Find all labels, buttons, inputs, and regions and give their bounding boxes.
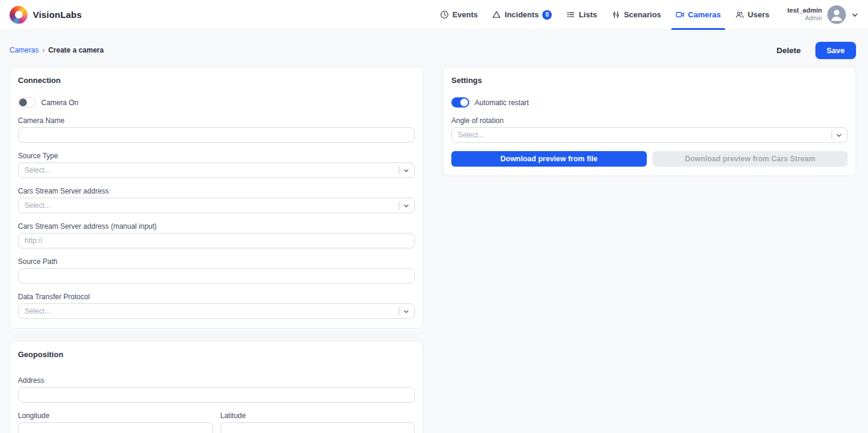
camera-on-row: Camera On bbox=[18, 97, 415, 108]
source-type-field: Source Type Select... bbox=[18, 152, 415, 178]
nav-item-label: Events bbox=[453, 10, 478, 19]
connection-card: Connection Camera On Camera Name Source … bbox=[10, 67, 423, 328]
nav-item-events[interactable]: Events bbox=[433, 0, 485, 30]
nav-item-label: Incidents bbox=[505, 10, 539, 19]
delete-button[interactable]: Delete bbox=[774, 42, 803, 59]
cars-stream-manual-field: Cars Stream Server address (manual input… bbox=[18, 222, 415, 248]
person-icon bbox=[827, 5, 846, 24]
latitude-input[interactable] bbox=[221, 422, 415, 433]
automatic-restart-row: Automatic restart bbox=[451, 97, 848, 108]
sliders-icon bbox=[612, 10, 621, 19]
geoposition-card: Geoposition Address Longitude Latitude bbox=[10, 341, 423, 433]
user-role: Admin bbox=[787, 15, 822, 23]
geo-coordinates-row: Longitude Latitude bbox=[18, 403, 415, 433]
nav-item-cameras[interactable]: Cameras bbox=[668, 0, 728, 30]
warning-triangle-icon bbox=[492, 10, 501, 19]
navbar: VisionLabs Events Incidents 0 bbox=[0, 0, 868, 30]
clock-icon bbox=[440, 10, 449, 19]
page-toolbar: Cameras › Create a camera Delete Save bbox=[0, 41, 868, 60]
user-menu[interactable]: test_admin Admin bbox=[787, 5, 858, 24]
brand: VisionLabs bbox=[10, 6, 82, 24]
address-input[interactable] bbox=[18, 387, 415, 403]
list-icon bbox=[566, 10, 575, 19]
cars-stream-address-label: Cars Stream Server address bbox=[18, 187, 415, 195]
chevron-down-icon bbox=[836, 132, 842, 139]
nav-item-scenarios[interactable]: Scenarios bbox=[604, 0, 668, 30]
chevron-down-icon bbox=[403, 167, 409, 174]
save-button[interactable]: Save bbox=[815, 42, 856, 59]
users-icon bbox=[735, 10, 744, 19]
nav-item-lists[interactable]: Lists bbox=[559, 0, 604, 30]
angle-of-rotation-select[interactable]: Select... bbox=[451, 127, 848, 143]
user-name: test_admin bbox=[787, 7, 822, 15]
nav-item-users[interactable]: Users bbox=[728, 0, 777, 30]
breadcrumb-separator: › bbox=[42, 46, 45, 54]
source-path-field: Source Path bbox=[18, 257, 415, 284]
camera-name-field: Camera Name bbox=[18, 116, 415, 143]
download-preview-from-file-button[interactable]: Download preview from file bbox=[451, 151, 647, 167]
select-placeholder: Select... bbox=[25, 201, 399, 210]
select-divider bbox=[832, 131, 832, 139]
brand-name: VisionLabs bbox=[33, 10, 82, 20]
cars-stream-server-address-select[interactable]: Select... bbox=[18, 198, 415, 213]
settings-title: Settings bbox=[451, 76, 848, 85]
longitude-label: Longitude bbox=[18, 411, 213, 420]
longitude-field: Longitude bbox=[18, 411, 213, 433]
breadcrumb: Cameras › Create a camera bbox=[10, 46, 103, 54]
download-preview-from-cars-stream-button[interactable]: Download preview from Cars Stream bbox=[653, 151, 848, 167]
source-type-label: Source Type bbox=[18, 152, 415, 160]
latitude-field: Latitude bbox=[221, 411, 415, 433]
chevron-down-icon bbox=[403, 202, 409, 209]
data-transfer-protocol-label: Data Transfer Protocol bbox=[18, 293, 415, 301]
cars-stream-address-field: Cars Stream Server address Select... bbox=[18, 187, 415, 213]
data-transfer-protocol-select[interactable]: Select... bbox=[18, 303, 415, 319]
connection-title: Connection bbox=[18, 76, 415, 85]
source-path-label: Source Path bbox=[18, 257, 415, 266]
angle-of-rotation-field: Angle of rotation Select... bbox=[451, 116, 848, 143]
incidents-count-badge: 0 bbox=[542, 10, 552, 20]
select-divider bbox=[399, 166, 399, 174]
toggle-knob bbox=[460, 99, 468, 106]
select-placeholder: Select... bbox=[458, 131, 832, 139]
nav-item-incidents[interactable]: Incidents 0 bbox=[485, 0, 559, 30]
source-path-input[interactable] bbox=[18, 268, 415, 284]
camera-icon bbox=[676, 10, 684, 19]
longitude-input[interactable] bbox=[18, 422, 213, 433]
content: Connection Camera On Camera Name Source … bbox=[0, 60, 868, 433]
geoposition-title: Geoposition bbox=[18, 350, 415, 359]
nav-item-label: Lists bbox=[579, 10, 597, 19]
angle-of-rotation-label: Angle of rotation bbox=[451, 116, 848, 125]
page-actions: Delete Save bbox=[774, 42, 856, 59]
cars-stream-manual-label: Cars Stream Server address (manual input… bbox=[18, 222, 415, 231]
chevron-down-icon bbox=[403, 308, 409, 315]
source-type-select[interactable]: Select... bbox=[18, 162, 415, 178]
main-nav: Events Incidents 0 Lists bbox=[433, 0, 777, 30]
automatic-restart-label: Automatic restart bbox=[475, 99, 529, 107]
toggle-knob bbox=[19, 99, 27, 106]
nav-item-label: Cameras bbox=[688, 10, 721, 19]
breadcrumb-current: Create a camera bbox=[48, 46, 104, 54]
latitude-label: Latitude bbox=[221, 411, 415, 420]
user-info: test_admin Admin bbox=[787, 7, 822, 22]
chevron-down-icon bbox=[851, 11, 858, 19]
camera-on-toggle[interactable] bbox=[18, 97, 36, 108]
address-field: Address bbox=[18, 376, 415, 403]
camera-name-label: Camera Name bbox=[18, 116, 415, 125]
select-placeholder: Select... bbox=[25, 166, 399, 174]
breadcrumb-link-cameras[interactable]: Cameras bbox=[10, 46, 39, 54]
automatic-restart-toggle[interactable] bbox=[451, 97, 469, 108]
select-divider bbox=[399, 307, 399, 315]
data-transfer-protocol-field: Data Transfer Protocol Select... bbox=[18, 293, 415, 319]
avatar bbox=[827, 5, 846, 24]
select-placeholder: Select... bbox=[25, 307, 399, 315]
camera-name-input[interactable] bbox=[18, 127, 415, 143]
visionlabs-logo-icon bbox=[10, 6, 27, 24]
camera-on-label: Camera On bbox=[41, 99, 78, 107]
nav-item-label: Users bbox=[748, 10, 769, 19]
select-divider bbox=[399, 201, 399, 210]
cars-stream-server-address-manual-input[interactable] bbox=[18, 233, 415, 248]
address-label: Address bbox=[18, 376, 415, 385]
download-preview-row: Download preview from file Download prev… bbox=[451, 151, 848, 167]
nav-item-label: Scenarios bbox=[624, 10, 661, 19]
settings-card: Settings Automatic restart Angle of rota… bbox=[443, 67, 856, 176]
